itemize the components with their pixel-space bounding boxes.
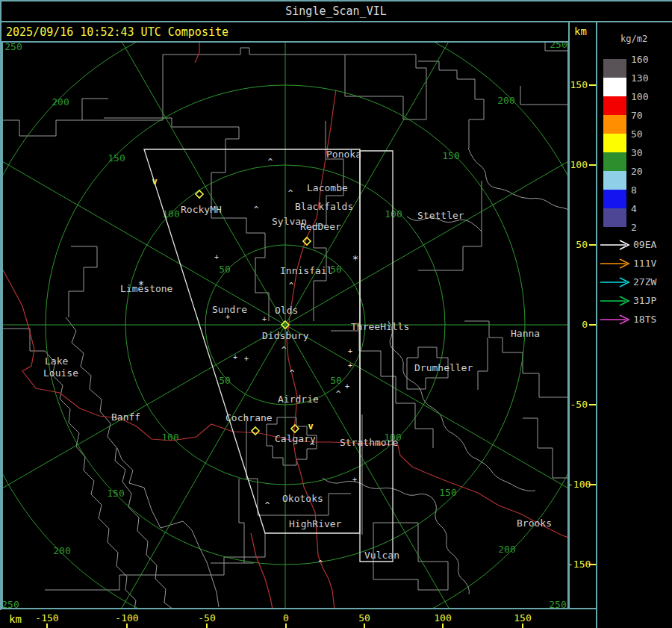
right-axis-tick [589,484,596,485]
county-boundary [345,55,426,119]
radar-arrow-icon [599,276,632,288]
radar-site-id: 27ZW [633,276,671,287]
range-ring-label: 150 [107,488,124,499]
county-boundary [418,61,484,148]
bottom-axis-tick-label: -50 [192,612,222,624]
county-boundary [3,66,163,136]
range-ring-label: 200 [498,544,515,555]
right-axis-tick [589,84,596,86]
county-boundary [45,533,265,590]
caret-marker-icon: ^ [310,441,315,451]
range-ring-label: 50 [330,375,342,386]
right-axis-tick [589,164,596,166]
range-ring-label: 200 [53,545,70,556]
range-ring-label: 250 [549,599,566,608]
legend-separator [596,21,597,628]
city-label: Strathmore [340,437,398,448]
county-boundary [66,317,173,608]
range-ring-label: 150 [442,150,459,161]
caret-marker-icon: ^ [265,500,270,510]
right-axis-tick-label: 0 [567,319,588,330]
colorbar-tick-label: 8 [631,184,661,196]
right-axis-tick [589,564,596,565]
colorbar-tick-label: 4 [631,203,661,214]
bottom-axis-tick [442,624,444,628]
caret-marker-icon: ^ [289,281,294,290]
colorbar-swatch [603,115,626,134]
caret-marker-icon: ^ [268,157,273,167]
star-marker-icon: * [138,279,144,290]
county-boundary [418,181,482,270]
range-ring-label: 250 [550,43,567,50]
city-label: Limestone [120,283,173,294]
bottom-axis-tick-label: -100 [112,612,142,624]
range-ring-label: 150 [439,487,456,498]
colorbar-tick-label: 130 [631,72,661,84]
radar-site-id: 31JP [633,295,671,306]
city-label: Banff [111,411,140,423]
city-label: Airdrie [278,394,319,405]
city-label: Drumheller [414,362,473,373]
caret-marker-icon: ^ [318,559,323,568]
bottom-axis-tick-label: 50 [349,612,379,624]
radar-map-canvas[interactable]: 5050505010010010010015015015015020020020… [3,43,567,608]
city-label: Okotoks [282,493,323,504]
city-label: Olds [275,305,298,316]
plus-marker-icon: + [348,347,352,355]
bottom-axis-tick [522,624,523,628]
right-axis-tick [589,244,596,246]
bottom-axis-unit-label: km [9,613,22,625]
colorbar-tick-label: 100 [631,91,661,102]
bottom-axis-tick-label: 100 [428,612,458,624]
city-label: Louise [43,367,78,379]
radar-arrow-icon [599,295,632,307]
plus-marker-icon: + [262,315,267,323]
right-axis-tick-label: 50 [567,239,588,250]
bottom-axis-tick [206,624,208,628]
range-ring-label: 50 [219,375,231,386]
range-ring-label: 250 [3,599,19,608]
azimuth-radial [72,43,285,325]
vee-marker-icon: v [152,176,157,187]
range-ring-label: 250 [4,43,22,52]
colorbar-swatch [603,78,626,96]
plus-marker-icon: + [348,361,352,370]
window-title: Single_Scan_VIL [0,1,672,21]
caret-marker-icon: ^ [254,205,259,214]
city-label: Innisfail [280,265,332,276]
bottom-axis-tick [364,624,365,628]
county-boundary [163,48,426,84]
county-boundary [82,99,108,120]
radar-site-id: 09EA [633,239,671,250]
range-ring-label: 200 [497,95,514,106]
plus-marker-icon: + [345,382,349,391]
right-axis-tick-label: 150 [567,79,588,90]
highway-line [251,533,273,608]
plus-marker-icon: + [233,353,237,361]
caret-marker-icon: ^ [281,345,287,355]
city-label: Lake [45,355,68,367]
city-label: Ponoka [326,149,361,160]
city-label: Brooks [517,517,552,529]
county-boundary [520,86,567,105]
right-axis-tick-label: -50 [567,399,588,410]
city-label: Hanna [511,328,540,339]
colorbar-swatch [603,152,626,171]
vee-marker-icon: v [308,421,313,432]
colorbar-swatch [603,96,626,115]
city-label: Didsbury [262,330,309,341]
plus-marker-icon: + [214,253,219,261]
right-axis-tick-label: 100 [567,159,588,170]
caret-marker-icon: ^ [336,389,341,399]
colorbar-tick-label: 30 [631,147,661,158]
range-ring-label: 200 [52,96,69,108]
county-boundary [211,139,269,321]
right-axis-tick [589,404,596,405]
radar-site-id: 18TS [633,314,671,325]
city-label: Blackfalds [295,201,353,212]
colorbar-swatch [603,190,626,208]
caret-marker-icon: ^ [288,188,293,198]
colorbar-title: kg/m2 [620,34,647,44]
county-boundary [468,148,567,214]
county-boundary [478,338,488,390]
